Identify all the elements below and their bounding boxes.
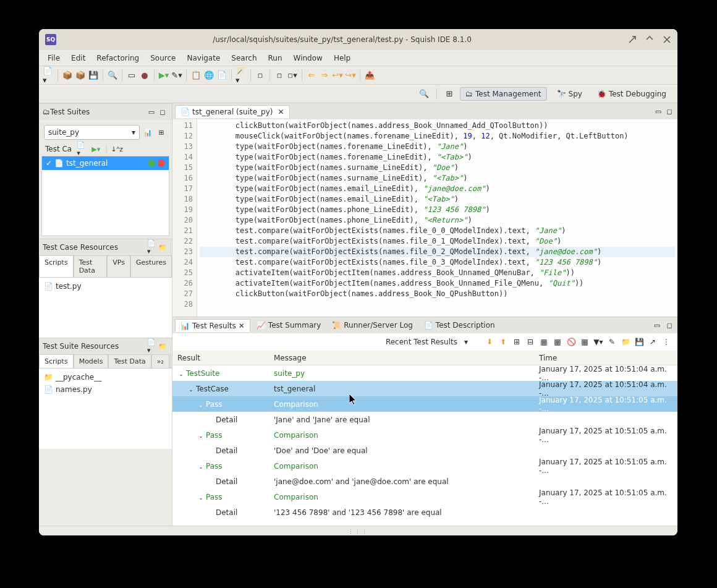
highlight-icon[interactable]: ▭ <box>126 70 137 81</box>
external-icon[interactable]: ↗ <box>648 337 658 347</box>
result-row[interactable]: Detail'jane@doe.com' and 'jane@doe.com' … <box>172 474 677 489</box>
back2-icon[interactable]: ↩▾ <box>332 70 343 81</box>
tcr-file-row[interactable]: 📄test.py <box>41 280 169 292</box>
new-case-icon[interactable]: 📄▾ <box>77 145 85 153</box>
code-line[interactable]: test.compare(waitForObjectExists(names.f… <box>200 257 675 268</box>
code-line[interactable]: mouseClick(waitForObject(names.forename_… <box>200 131 675 142</box>
testcase-tree[interactable]: ✓ 📄 tst_general <box>41 156 169 236</box>
grip-icon[interactable]: ⋮⋮⋮ <box>348 528 368 534</box>
editor-tab[interactable]: 📄 tst_general (suite_py) ✕ <box>175 105 290 118</box>
expand-all-icon[interactable]: ⊞ <box>512 337 522 347</box>
code-line[interactable] <box>200 299 675 310</box>
code-line[interactable]: type(waitForObject(names.forename_LineEd… <box>200 142 675 152</box>
run-indicator-icon[interactable] <box>148 160 155 167</box>
doc1-icon[interactable]: 📋 <box>190 70 202 81</box>
tsr-folder-icon[interactable]: 📁 <box>158 342 167 351</box>
col-time[interactable]: Time <box>534 354 677 362</box>
doc3-icon[interactable]: 📄 <box>216 70 227 81</box>
result-row[interactable]: ⌄TestSuitesuite_pyJanuary 17, 2025 at 10… <box>172 365 677 381</box>
code-line[interactable]: type(waitForObject(names.phone_LineEdit)… <box>200 215 675 226</box>
code-editor[interactable]: 111213141516171819202122232425262728 cli… <box>172 119 677 317</box>
menu-help[interactable]: Help <box>329 52 355 64</box>
result-row[interactable]: Detail'Doe' and 'Doe' are equal <box>172 443 677 458</box>
menu-navigate[interactable]: Navigate <box>182 52 225 64</box>
expand-icon[interactable]: ⌄ <box>187 386 195 393</box>
save-icon[interactable]: 💾 <box>88 70 99 81</box>
code-line[interactable]: activateItem(waitForObjectItem(names.add… <box>200 268 675 278</box>
fwd-icon[interactable]: ⇒ <box>319 70 330 81</box>
edit-icon[interactable]: ✎▾ <box>171 70 182 81</box>
code-line[interactable]: test.compare(waitForObjectExists(names.f… <box>200 247 675 257</box>
search-tb-icon[interactable]: 🔍 <box>107 70 118 81</box>
clear-icon[interactable]: 🚫 <box>566 337 576 347</box>
tcr-folder-icon[interactable]: 📁 <box>158 243 167 252</box>
wand-icon[interactable]: 🪄▾ <box>235 70 247 81</box>
sort-icon[interactable]: ↓ᴬz <box>112 145 121 153</box>
expand-icon[interactable]: ⌄ <box>197 401 205 409</box>
menu-source[interactable]: Source <box>145 52 180 64</box>
persp-spy[interactable]: 🔭 Spy <box>552 88 587 100</box>
nav2-icon[interactable]: ▫▾ <box>287 70 298 81</box>
menu-refactoring[interactable]: Refactoring <box>91 52 144 64</box>
tcr-tab-testdata[interactable]: Test Data <box>74 255 108 277</box>
box2-icon[interactable]: 📦 <box>75 70 86 81</box>
record-icon[interactable]: ● <box>139 70 150 81</box>
results-min-icon[interactable]: ▭ <box>653 321 661 330</box>
code-line[interactable]: type(waitForObject(names.forename_LineEd… <box>200 152 675 163</box>
recent-results-label[interactable]: Recent Test Results <box>386 338 457 346</box>
menu-run[interactable]: Run <box>263 52 287 64</box>
search-icon[interactable]: 🔍 <box>418 88 430 100</box>
code-line[interactable]: type(waitForObject(names.surname_LineEdi… <box>200 173 675 184</box>
results-max-icon[interactable]: ◻ <box>665 321 674 330</box>
minimize-panel-icon[interactable]: ▭ <box>147 108 156 116</box>
save-r-icon[interactable]: 💾 <box>634 337 644 347</box>
suite-tool1-icon[interactable]: 📊 <box>143 128 152 137</box>
code-line[interactable]: clickButton(waitForObject(names.address_… <box>200 289 675 299</box>
code-line[interactable]: activateItem(waitForObjectItem(names.add… <box>200 278 675 289</box>
tab-test-summary[interactable]: 📈 Test Summary <box>252 319 326 331</box>
menu-icon[interactable]: ⋮ <box>661 337 671 347</box>
dropdown-icon[interactable]: ▾ <box>461 337 471 347</box>
result-row[interactable]: ⌄PassComparisonJanuary 17, 2025 at 10:51… <box>172 427 677 443</box>
filter-icon[interactable]: ▼▾ <box>593 337 603 347</box>
tsr-tab-more[interactable]: »₂ <box>151 354 169 368</box>
editor-max-icon[interactable]: ◻ <box>665 107 674 116</box>
up-arrow-icon[interactable]: ⬆ <box>498 337 508 347</box>
col-result[interactable]: Result <box>172 354 269 362</box>
close-button[interactable] <box>663 35 671 44</box>
code-line[interactable]: type(waitForObject(names.phone_LineEdit)… <box>200 205 675 215</box>
collapse-all-icon[interactable]: ⊟ <box>525 337 535 347</box>
nav1-icon[interactable]: ▫ <box>274 70 285 81</box>
expand-icon[interactable]: ⌄ <box>197 463 205 471</box>
run-case-icon[interactable]: ▶▾ <box>91 145 100 153</box>
edit-r-icon[interactable]: ✎ <box>607 337 617 347</box>
expand-icon[interactable]: ⌄ <box>197 432 205 440</box>
code-line[interactable]: test.compare(waitForObjectExists(names.f… <box>200 226 675 236</box>
tcr-tab-scripts[interactable]: Scripts <box>39 255 74 277</box>
restore-panel-icon[interactable]: ◻ <box>158 108 167 116</box>
tsr-tab-testdata[interactable]: Test Data <box>108 354 151 368</box>
code-line[interactable]: clickButton(waitForObject(names.address_… <box>200 121 675 131</box>
tcr-tab-gestures[interactable]: Gestures <box>130 255 172 277</box>
tcr-tab-vps[interactable]: VPs <box>107 255 130 277</box>
result-row[interactable]: Detail'123 456 7898' and '123 456 7898' … <box>172 505 677 520</box>
record-indicator-icon[interactable] <box>158 160 165 167</box>
tab-test-desc[interactable]: 📄 Test Description <box>419 319 500 331</box>
suite-tool2-icon[interactable]: ⊞ <box>157 128 166 137</box>
result-row[interactable]: ⌄PassComparisonJanuary 17, 2025 at 10:51… <box>172 489 677 505</box>
run-tb-icon[interactable]: ▶▾ <box>158 70 169 81</box>
tab-runner-log[interactable]: 📜 Runner/Server Log <box>327 319 418 331</box>
code-line[interactable]: test.compare(waitForObjectExists(names.f… <box>200 236 675 247</box>
tsr-folder-row[interactable]: 📁__pycache__ <box>41 371 169 383</box>
menu-search[interactable]: Search <box>226 52 261 64</box>
code-line[interactable]: type(waitForObject(names.surname_LineEdi… <box>200 163 675 173</box>
result-row[interactable]: ⌄TestCasetst_generalJanuary 17, 2025 at … <box>172 381 677 396</box>
tool-a-icon[interactable]: ▦ <box>539 337 549 347</box>
editor-min-icon[interactable]: ▭ <box>654 107 663 116</box>
box1-icon[interactable]: 📦 <box>62 70 73 81</box>
menu-file[interactable]: File <box>43 52 65 64</box>
maximize-button[interactable] <box>645 35 654 44</box>
tcr-new-icon[interactable]: 📄▾ <box>147 243 156 252</box>
doc2-icon[interactable]: 🌐 <box>203 70 214 81</box>
fwd2-icon[interactable]: ↪▾ <box>345 70 356 81</box>
